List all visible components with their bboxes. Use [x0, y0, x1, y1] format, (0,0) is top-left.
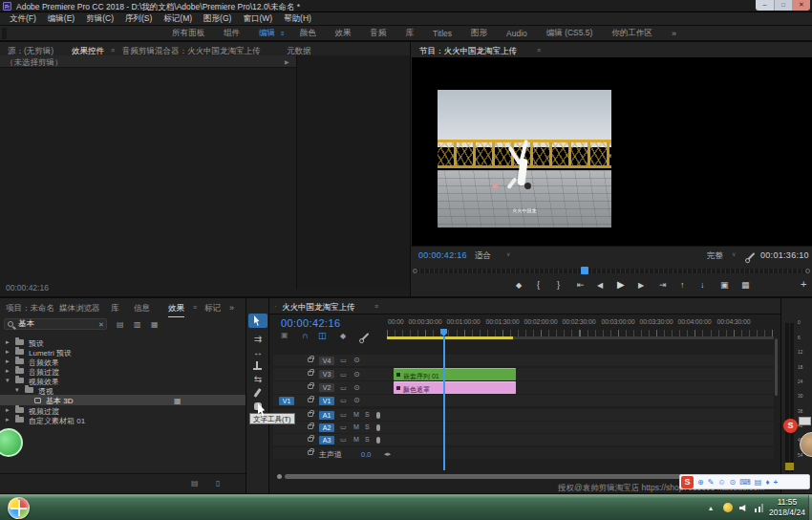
workspace-tab-audio-en[interactable]: Audio: [497, 29, 537, 38]
nest-indicator-icon[interactable]: ▣: [281, 331, 288, 339]
tray-clock[interactable]: 11:55 2018/4/24: [764, 497, 810, 519]
menu-edit[interactable]: 编辑(E): [42, 13, 80, 25]
razor-tool[interactable]: [248, 359, 267, 373]
track-row-a2[interactable]: A2 ▭ M S: [273, 422, 774, 433]
ripple-edit-tool[interactable]: ↔: [248, 346, 267, 359]
add-marker-button[interactable]: ◆: [516, 281, 522, 290]
add-marker-icon[interactable]: ◆: [340, 332, 346, 340]
voiceover-mic-icon[interactable]: [376, 412, 380, 419]
handwriting-icon[interactable]: ✎: [708, 478, 715, 487]
workspace-tab-effects[interactable]: 效果: [326, 28, 361, 39]
program-scrubber-track[interactable]: [415, 269, 808, 273]
menu-file[interactable]: 文件(F): [4, 13, 42, 25]
lock-icon[interactable]: [308, 384, 313, 389]
sogou-input-bar[interactable]: S ⊕ ✎ ☺ ⊙ ⌨ ▤ ♦ +: [679, 474, 810, 489]
comparison-view-button[interactable]: ▦: [741, 280, 750, 290]
workspace-tab-titles[interactable]: Titles: [423, 29, 461, 38]
tab-libraries[interactable]: 库: [111, 303, 119, 314]
tray-volume-icon[interactable]: [739, 503, 749, 512]
voiceover-mic-icon[interactable]: [376, 437, 380, 444]
tab-markers[interactable]: 标记: [204, 303, 221, 314]
mark-out-button[interactable]: }: [557, 280, 560, 290]
track-row-v2[interactable]: V2 ▭ ⊙ 颜色遮罩: [273, 381, 774, 394]
track-target-v1[interactable]: V1: [319, 397, 334, 405]
solo-button[interactable]: S: [365, 423, 370, 430]
solo-button[interactable]: S: [365, 411, 370, 418]
workspace-tab-all-panels[interactable]: 所有面板: [162, 28, 214, 39]
go-to-out-button[interactable]: ⇥: [659, 280, 667, 290]
track-target-v2[interactable]: V2: [319, 383, 334, 392]
export-frame-button[interactable]: ▣: [720, 280, 729, 290]
track-target-v3[interactable]: V3: [319, 370, 334, 379]
accelerated-effects-filter-icon[interactable]: ▥: [134, 320, 141, 329]
pen-tool[interactable]: [248, 386, 267, 400]
toolbox-icon[interactable]: +: [773, 478, 778, 487]
panel-menu-icon[interactable]: ≡: [374, 303, 378, 310]
mute-button[interactable]: M: [353, 423, 359, 430]
track-visibility-eye-icon[interactable]: ⊙: [353, 383, 360, 392]
playback-resolution-dropdown[interactable]: 完整: [707, 250, 723, 262]
workspace-tab-graphics[interactable]: 图形: [461, 28, 497, 39]
tab-project[interactable]: 项目：未命名: [6, 303, 54, 314]
master-fit-icon[interactable]: ◂▸: [384, 450, 391, 458]
workspace-tab-custom[interactable]: 你的工作区: [602, 28, 662, 39]
lock-icon[interactable]: [308, 398, 313, 402]
linked-selection-toggle-icon[interactable]: ◫: [318, 331, 327, 340]
lock-icon[interactable]: [308, 358, 313, 362]
mute-button[interactable]: M: [353, 411, 359, 418]
dict-icon[interactable]: ▤: [755, 478, 762, 487]
scrubber-end-handle[interactable]: [805, 269, 810, 273]
menu-graphics[interactable]: 图形(G): [198, 13, 237, 25]
selection-tool[interactable]: [248, 314, 267, 328]
source-patch-icon[interactable]: ▭: [340, 397, 347, 404]
effect-controls-timecode[interactable]: 00:00:42:16: [6, 283, 49, 292]
play-button[interactable]: ▶: [617, 279, 625, 290]
menu-sequence[interactable]: 序列(S): [119, 13, 158, 25]
track-visibility-eye-icon[interactable]: ⊙: [353, 396, 360, 404]
source-patch-icon[interactable]: ▭: [340, 371, 347, 379]
solo-button[interactable]: S: [365, 436, 370, 443]
tray-expand-button[interactable]: ▴: [709, 504, 713, 512]
track-target-a1[interactable]: A1: [319, 411, 334, 420]
tab-program-monitor[interactable]: 节目：火火中国龙淘宝上传: [419, 46, 517, 57]
delete-trash-button[interactable]: ▯: [216, 479, 220, 488]
zoom-fit-dropdown[interactable]: 适合: [475, 250, 491, 262]
lock-icon[interactable]: [308, 371, 313, 376]
track-target-a2[interactable]: A2: [319, 423, 334, 432]
workspace-tab-editing[interactable]: 编辑: [249, 28, 281, 39]
emoji-icon[interactable]: ☺: [717, 478, 725, 487]
panel-overflow-button[interactable]: »: [229, 303, 234, 313]
track-row-v1[interactable]: V1 V1 ▭ ⊙: [273, 395, 774, 406]
track-visibility-eye-icon[interactable]: ⊙: [353, 370, 360, 379]
effects-search-input[interactable]: [18, 319, 95, 329]
clip-color-matte[interactable]: 颜色遮罩: [394, 381, 516, 394]
extract-button[interactable]: ↓: [700, 280, 705, 290]
tray-sogou-icon[interactable]: [723, 503, 733, 512]
32bit-effects-filter-icon[interactable]: ▦: [151, 320, 159, 329]
source-patch-icon[interactable]: ▭: [340, 384, 347, 392]
workspace-tab-color[interactable]: 颜色: [290, 28, 326, 39]
slip-tool[interactable]: ⇆: [248, 373, 267, 386]
workspace-tab-libraries[interactable]: 库: [396, 28, 424, 39]
timeline-playhead-line[interactable]: [443, 336, 445, 470]
go-to-in-button[interactable]: ⇤: [577, 280, 585, 290]
new-custom-bin-icon[interactable]: ▤: [117, 320, 124, 329]
source-patch-icon[interactable]: ▭: [340, 357, 347, 364]
keyboard-icon[interactable]: ⌨: [739, 478, 751, 487]
scrubber-start-handle[interactable]: [413, 269, 417, 273]
minimize-button[interactable]: ‒: [756, 0, 774, 11]
effects-tree-item-basic-3d[interactable]: 基本 3D ▦: [0, 395, 246, 405]
clear-search-icon[interactable]: ✕: [98, 321, 104, 329]
mute-button[interactable]: M: [353, 436, 359, 443]
menu-window[interactable]: 窗口(W): [237, 13, 278, 25]
work-area-bar[interactable]: [387, 336, 513, 339]
source-patch-icon[interactable]: ▭: [340, 411, 347, 419]
input-mode-icon[interactable]: ⊕: [697, 478, 704, 487]
scrollbar-left-handle[interactable]: [277, 474, 282, 479]
skin-icon[interactable]: ♦: [765, 478, 769, 487]
track-row-v3[interactable]: V3 ▭ ⊙ 嵌套序列 01: [273, 368, 774, 380]
lock-icon[interactable]: [308, 437, 313, 442]
source-patch-icon[interactable]: ▭: [340, 423, 347, 431]
program-playhead-handle[interactable]: [581, 267, 588, 274]
close-button[interactable]: ✕: [792, 0, 810, 11]
